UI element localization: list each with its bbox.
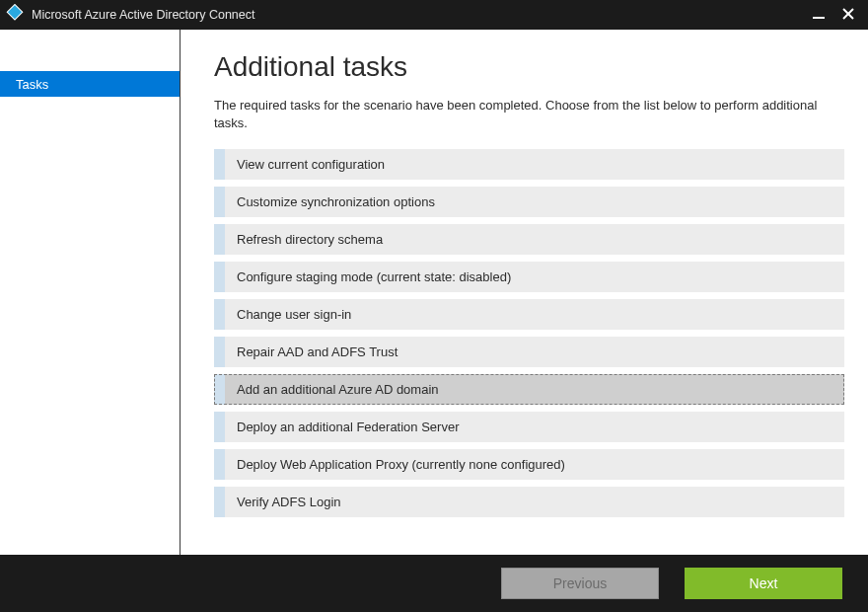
task-label: Add an additional Azure AD domain bbox=[225, 382, 439, 397]
task-label: Configure staging mode (current state: d… bbox=[225, 269, 511, 284]
page-title: Additional tasks bbox=[214, 51, 844, 83]
task-label: Customize synchronization options bbox=[225, 194, 435, 209]
task-customize-sync[interactable]: Customize synchronization options bbox=[214, 187, 844, 217]
window-title: Microsoft Azure Active Directory Connect bbox=[32, 8, 254, 22]
titlebar: Microsoft Azure Active Directory Connect bbox=[0, 0, 868, 30]
task-change-signin[interactable]: Change user sign-in bbox=[214, 299, 844, 330]
azure-icon bbox=[6, 4, 24, 26]
svg-rect-0 bbox=[7, 5, 23, 21]
task-repair-trust[interactable]: Repair AAD and ADFS Trust bbox=[214, 337, 844, 367]
task-list: View current configuration Customize syn… bbox=[214, 149, 844, 517]
next-button[interactable]: Next bbox=[685, 568, 842, 599]
task-label: Repair AAD and ADFS Trust bbox=[225, 344, 398, 359]
footer: Previous Next bbox=[0, 555, 868, 612]
sidebar-item-tasks[interactable]: Tasks bbox=[0, 71, 180, 97]
task-label: Deploy an additional Federation Server bbox=[225, 420, 459, 434]
task-accent bbox=[214, 412, 225, 442]
sidebar-item-label: Tasks bbox=[16, 77, 48, 92]
titlebar-left: Microsoft Azure Active Directory Connect bbox=[6, 4, 254, 26]
task-label: Verify ADFS Login bbox=[225, 495, 341, 509]
task-label: Refresh directory schema bbox=[225, 232, 383, 247]
task-label: Change user sign-in bbox=[225, 307, 351, 322]
body-area: Tasks Additional tasks The required task… bbox=[0, 30, 868, 555]
task-deploy-federation[interactable]: Deploy an additional Federation Server bbox=[214, 412, 844, 442]
main-content: Additional tasks The required tasks for … bbox=[181, 30, 868, 555]
task-accent bbox=[214, 374, 225, 405]
sidebar: Tasks bbox=[0, 30, 181, 555]
task-accent bbox=[214, 149, 225, 180]
task-accent bbox=[214, 224, 225, 255]
close-icon[interactable] bbox=[842, 6, 854, 24]
task-add-domain[interactable]: Add an additional Azure AD domain bbox=[214, 374, 844, 405]
task-accent bbox=[214, 487, 225, 517]
task-deploy-wap[interactable]: Deploy Web Application Proxy (currently … bbox=[214, 449, 844, 480]
page-description: The required tasks for the scenario have… bbox=[214, 97, 826, 131]
task-label: View current configuration bbox=[225, 157, 385, 172]
task-staging-mode[interactable]: Configure staging mode (current state: d… bbox=[214, 262, 844, 292]
task-view-config[interactable]: View current configuration bbox=[214, 149, 844, 180]
minimize-icon[interactable] bbox=[813, 6, 825, 24]
task-accent bbox=[214, 187, 225, 217]
task-refresh-schema[interactable]: Refresh directory schema bbox=[214, 224, 844, 255]
task-accent bbox=[214, 449, 225, 480]
task-verify-adfs[interactable]: Verify ADFS Login bbox=[214, 487, 844, 517]
task-accent bbox=[214, 262, 225, 292]
window-controls bbox=[813, 6, 862, 24]
svg-rect-1 bbox=[813, 17, 825, 19]
task-label: Deploy Web Application Proxy (currently … bbox=[225, 457, 565, 472]
task-accent bbox=[214, 337, 225, 367]
task-accent bbox=[214, 299, 225, 330]
previous-button: Previous bbox=[501, 568, 659, 599]
